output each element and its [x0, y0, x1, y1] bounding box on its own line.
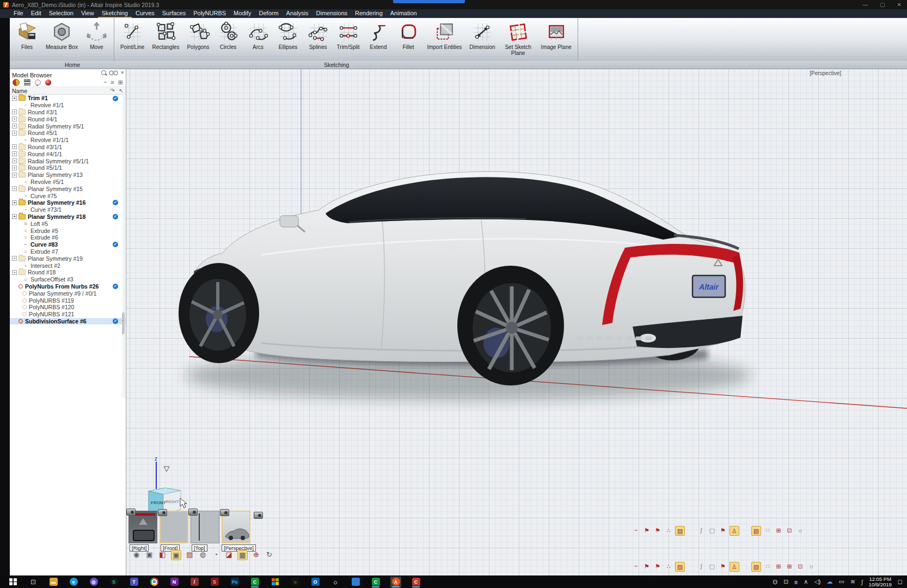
expand-toggle-icon[interactable]: +: [12, 117, 17, 121]
cube-snap-icon[interactable]: ▢: [708, 526, 716, 535]
curve-filter-icon[interactable]: ~: [103, 79, 107, 85]
fillet-button[interactable]: Fillet: [393, 18, 423, 61]
tree-item[interactable]: +Round #4/1/1: [10, 150, 126, 157]
onedrive-icon[interactable]: ☁: [827, 578, 833, 585]
grid-plus-icon[interactable]: ⊞: [785, 562, 794, 571]
chrome-icon[interactable]: [149, 577, 160, 587]
tree-item[interactable]: ≈Intersect #2: [10, 262, 126, 269]
measure-box-button[interactable]: Measure Box: [42, 18, 82, 61]
people-icon[interactable]: ʀ: [794, 579, 798, 585]
figure-snap-icon[interactable]: ♙: [730, 562, 739, 572]
menu-item-curves[interactable]: Curves: [132, 9, 158, 18]
minimize-button[interactable]: —: [862, 2, 868, 8]
close-icon[interactable]: ×: [121, 70, 124, 75]
expand-toggle-icon[interactable]: +: [12, 166, 17, 170]
dot-grid-icon[interactable]: ∷: [763, 562, 772, 571]
sparkle-icon[interactable]: ☼: [290, 577, 301, 587]
expand-toggle-icon[interactable]: +: [12, 109, 17, 114]
orbit-icon[interactable]: ◔: [211, 550, 220, 559]
dots-snap-icon[interactable]: ∴: [664, 526, 673, 535]
camtasia-rec-icon[interactable]: C: [410, 577, 421, 587]
tree-item[interactable]: +Round #3/1/1: [10, 144, 126, 151]
menu-item-file[interactable]: File: [10, 9, 27, 18]
shaded-grid-icon[interactable]: ▧: [751, 562, 761, 572]
tree-item[interactable]: ≡Extrude #6: [10, 234, 126, 241]
camera-icon[interactable]: ▣: [145, 550, 154, 559]
visibility-check-icon[interactable]: ✓: [113, 242, 118, 247]
extend-button[interactable]: Extend: [363, 18, 393, 61]
tree-item[interactable]: +Round #5/1: [10, 130, 126, 137]
flag-snap-icon[interactable]: ⚑: [642, 526, 651, 535]
menu-item-surfaces[interactable]: Surfaces: [158, 9, 189, 18]
highlighted-snap-icon[interactable]: ▨: [675, 526, 685, 536]
pen-app-icon[interactable]: /: [189, 577, 200, 587]
visibility-check-icon[interactable]: ✓: [113, 200, 118, 205]
camtasia-icon[interactable]: C: [370, 577, 381, 587]
expand-toggle-icon[interactable]: +: [12, 96, 17, 101]
visibility-check-icon[interactable]: ✓: [113, 284, 118, 289]
tree-item[interactable]: +Planar Symmetry #19: [10, 255, 126, 262]
tree-item[interactable]: +Round #3/1: [10, 109, 126, 116]
tree-item[interactable]: +Planar Symmetry #13: [10, 171, 126, 179]
wifi-icon[interactable]: ≋: [850, 578, 855, 585]
tree-item[interactable]: PolyNurbs From Nurbs #26✓: [10, 283, 126, 290]
menu-item-selection[interactable]: Selection: [45, 9, 77, 18]
outlook-icon[interactable]: O: [310, 577, 321, 587]
camtasia-icon[interactable]: C: [249, 577, 260, 587]
grid-box-icon[interactable]: ⊡: [796, 562, 805, 571]
teams-icon[interactable]: T: [128, 577, 139, 587]
battery-icon[interactable]: ▭: [839, 578, 844, 585]
ribbon-tab-home[interactable]: Home: [32, 61, 113, 69]
expand-toggle-icon[interactable]: +: [12, 200, 17, 205]
tree-scrollbar[interactable]: [122, 93, 125, 397]
isolate-icon[interactable]: ◪: [224, 550, 234, 559]
tree-item[interactable]: +Trim #1✓: [10, 95, 126, 102]
visibility-check-icon[interactable]: ✓: [113, 96, 118, 101]
sway-icon[interactable]: ◍: [88, 577, 99, 587]
tree-item[interactable]: ≈Revolve #1/1: [10, 102, 126, 109]
menu-item-view[interactable]: View: [77, 9, 98, 18]
ribbon-tab-sketching[interactable]: Sketching: [293, 61, 380, 69]
expand-toggle-icon[interactable]: +: [12, 131, 17, 136]
expand-toggle-icon[interactable]: +: [12, 186, 17, 191]
photoshop-icon[interactable]: Ps: [229, 577, 240, 587]
menu-item-modify[interactable]: Modify: [230, 9, 255, 18]
expand-toggle-icon[interactable]: +: [12, 158, 17, 163]
tree-item[interactable]: +Planar Symmetry #16✓: [10, 199, 126, 206]
menu-item-animation[interactable]: Animation: [387, 9, 421, 18]
tree-item[interactable]: +Radial Symmetry #5/1/1: [10, 157, 126, 164]
add-view-camera-icon[interactable]: [254, 512, 263, 519]
figure-snap-icon[interactable]: ♙: [730, 526, 739, 536]
tree-item[interactable]: ≡Extrude #5: [10, 227, 126, 234]
highlighted-snap-icon[interactable]: ▨: [675, 562, 685, 572]
taskbar-clock[interactable]: 12:05 PM 10/9/2019: [869, 577, 892, 587]
image-plane-button[interactable]: Image Plane: [537, 18, 575, 61]
expand-toggle-icon[interactable]: +: [12, 256, 17, 261]
visibility-check-icon[interactable]: ✓: [113, 214, 118, 219]
tree-item[interactable]: ~Curve #83✓: [10, 241, 126, 248]
sun-settings-icon[interactable]: ☼: [807, 562, 816, 571]
tree-item[interactable]: PolyNURBS #121: [10, 311, 126, 318]
dot-grid-icon[interactable]: ∷: [763, 526, 772, 535]
section-table-icon[interactable]: ▤: [185, 550, 194, 559]
mouse-icon[interactable]: ʘ: [773, 579, 778, 585]
cast-icon[interactable]: ⊡: [783, 578, 788, 585]
arcs-button[interactable]: Arcs: [243, 18, 273, 61]
3d-viewport[interactable]: [Perspective]: [10, 69, 907, 575]
active-camera-icon[interactable]: ▣: [171, 550, 181, 560]
close-button[interactable]: ✕: [897, 2, 902, 8]
view-thumbnail-right[interactable]: [128, 511, 157, 543]
flag-snap-icon[interactable]: ⚑: [653, 562, 662, 571]
menu-item-edit[interactable]: Edit: [27, 9, 45, 18]
visibility-bulb-icon[interactable]: [35, 79, 41, 85]
tree-item[interactable]: +Round #5/1/1: [10, 164, 126, 171]
grid-box-icon[interactable]: ⊡: [785, 526, 794, 535]
bounding-cube-icon[interactable]: ◧: [158, 550, 167, 559]
sun-settings-icon[interactable]: ☼: [796, 526, 805, 535]
tree-item[interactable]: +Round #18: [10, 269, 126, 276]
tree-item[interactable]: ~Curve #73/1: [10, 206, 126, 213]
volume-icon[interactable]: ◁): [814, 578, 820, 585]
grid-plus-icon[interactable]: ⊞: [774, 526, 783, 535]
menu-item-sketching[interactable]: Sketching: [98, 9, 132, 18]
start-button[interactable]: [8, 577, 19, 587]
